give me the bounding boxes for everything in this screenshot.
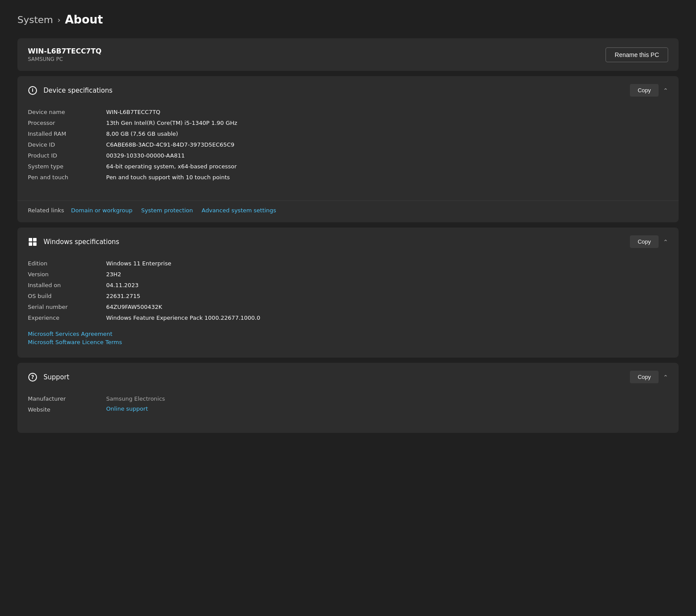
windows-specs-title: Windows specifications: [44, 238, 119, 246]
pc-header-card: WIN-L6B7TECC7TQ SAMSUNG PC Rename this P…: [17, 38, 679, 71]
windows-specifications-card: Windows specifications Copy ⌃ Edition Wi…: [17, 228, 679, 358]
rename-pc-button[interactable]: Rename this PC: [606, 47, 668, 62]
spec-value-system-type: 64-bit operating system, x64-based proce…: [106, 162, 668, 171]
device-specs-header-right: Copy ⌃: [630, 84, 668, 97]
spec-label-processor: Processor: [28, 119, 97, 127]
support-table: Manufacturer Samsung Electronics Website…: [28, 395, 668, 414]
windows-icon: [28, 237, 37, 247]
spec-value-installed-on: 04.11.2023: [106, 281, 668, 289]
microsoft-software-licence-link[interactable]: Microsoft Software Licence Terms: [28, 339, 668, 345]
windows-specs-copy-button[interactable]: Copy: [630, 235, 659, 248]
device-specs-title: Device specifications: [44, 87, 112, 94]
spec-value-serial-number: 64ZU9FAW500432K: [106, 303, 668, 311]
device-specs-header: i Device specifications Copy ⌃: [17, 76, 679, 104]
windows-specs-chevron-icon[interactable]: ⌃: [663, 238, 668, 245]
spec-value-device-name: WIN-L6B7TECC7TQ: [106, 108, 668, 116]
question-icon: ?: [28, 372, 37, 382]
device-specs-header-left: i Device specifications: [28, 86, 112, 95]
breadcrumb: System › About: [17, 13, 679, 26]
support-content: Manufacturer Samsung Electronics Website…: [17, 391, 679, 433]
domain-workgroup-link[interactable]: Domain or workgroup: [71, 207, 132, 214]
spec-label-pen-touch: Pen and touch: [28, 173, 97, 181]
spec-value-device-id: C6ABE68B-3ACD-4C91-84D7-3973D5EC65C9: [106, 141, 668, 149]
spec-value-pen-touch: Pen and touch support with 10 touch poin…: [106, 173, 668, 181]
windows-specs-header: Windows specifications Copy ⌃: [17, 228, 679, 256]
spec-label-system-type: System type: [28, 162, 97, 171]
device-specs-content: Device name WIN-L6B7TECC7TQ Processor 13…: [17, 104, 679, 201]
support-chevron-icon[interactable]: ⌃: [663, 374, 668, 381]
spec-label-serial-number: Serial number: [28, 303, 97, 311]
spec-value-manufacturer: Samsung Electronics: [106, 395, 668, 403]
advanced-system-settings-link[interactable]: Advanced system settings: [202, 207, 276, 214]
spec-label-product-id: Product ID: [28, 151, 97, 160]
device-specs-chevron-icon[interactable]: ⌃: [663, 87, 668, 94]
support-header-right: Copy ⌃: [630, 371, 668, 383]
page-title: About: [65, 13, 103, 26]
related-links-section: Related links Domain or workgroup System…: [17, 201, 679, 222]
spec-label-edition: Edition: [28, 259, 97, 268]
spec-value-processor: 13th Gen Intel(R) Core(TM) i5-1340P 1.90…: [106, 119, 668, 127]
spec-label-device-name: Device name: [28, 108, 97, 116]
spec-value-edition: Windows 11 Enterprise: [106, 259, 668, 268]
pc-info: WIN-L6B7TECC7TQ SAMSUNG PC: [28, 47, 101, 62]
support-card: ? Support Copy ⌃ Manufacturer Samsung El…: [17, 363, 679, 433]
spec-label-os-build: OS build: [28, 292, 97, 300]
support-header: ? Support Copy ⌃: [17, 363, 679, 391]
spec-value-version: 23H2: [106, 270, 668, 278]
device-specs-copy-button[interactable]: Copy: [630, 84, 659, 97]
system-protection-link[interactable]: System protection: [141, 207, 193, 214]
spec-label-website: Website: [28, 405, 97, 414]
windows-specs-table: Edition Windows 11 Enterprise Version 23…: [28, 259, 668, 322]
breadcrumb-arrow: ›: [57, 15, 60, 24]
support-copy-button[interactable]: Copy: [630, 371, 659, 383]
related-links-label: Related links: [28, 207, 64, 214]
support-header-left: ? Support: [28, 372, 69, 382]
spec-value-ram: 8,00 GB (7,56 GB usable): [106, 130, 668, 138]
spec-label-device-id: Device ID: [28, 141, 97, 149]
online-support-link[interactable]: Online support: [106, 405, 668, 414]
breadcrumb-system[interactable]: System: [17, 14, 53, 25]
spec-label-manufacturer: Manufacturer: [28, 395, 97, 403]
spec-label-version: Version: [28, 270, 97, 278]
pc-type: SAMSUNG PC: [28, 56, 101, 62]
spec-label-ram: Installed RAM: [28, 130, 97, 138]
windows-specs-content: Edition Windows 11 Enterprise Version 23…: [17, 256, 679, 358]
spec-label-installed-on: Installed on: [28, 281, 97, 289]
windows-specs-header-right: Copy ⌃: [630, 235, 668, 248]
spec-label-experience: Experience: [28, 314, 97, 322]
pc-name: WIN-L6B7TECC7TQ: [28, 47, 101, 55]
spec-value-product-id: 00329-10330-00000-AA811: [106, 151, 668, 160]
device-specs-table: Device name WIN-L6B7TECC7TQ Processor 13…: [28, 108, 668, 181]
support-title: Support: [44, 373, 69, 381]
spec-value-os-build: 22631.2715: [106, 292, 668, 300]
device-specifications-card: i Device specifications Copy ⌃ Device na…: [17, 76, 679, 222]
windows-specs-header-left: Windows specifications: [28, 237, 119, 247]
microsoft-services-agreement-link[interactable]: Microsoft Services Agreement: [28, 331, 668, 337]
spec-value-experience: Windows Feature Experience Pack 1000.226…: [106, 314, 668, 322]
info-icon: i: [28, 86, 37, 95]
